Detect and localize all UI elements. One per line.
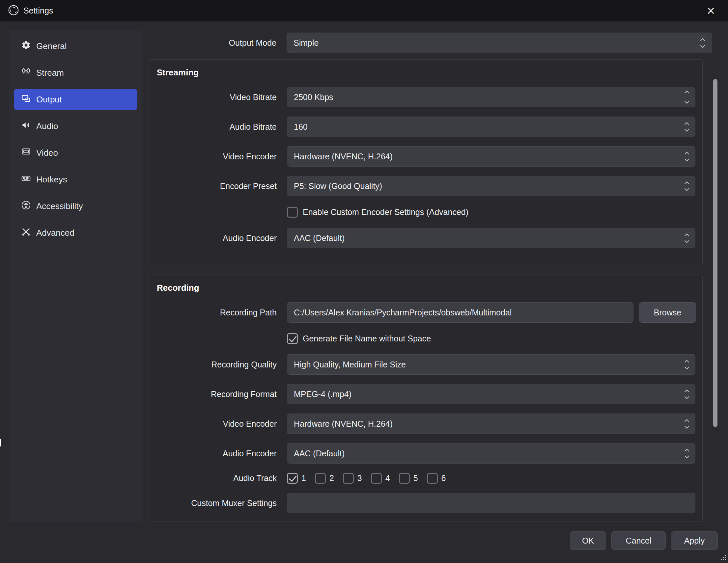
audio-track-row: Audio Track 1 2 3 4 5 6 [149,473,702,484]
custom-muxer-input[interactable] [287,493,695,513]
dropdown-arrows-icon[interactable] [698,37,707,49]
sidebar-item-video[interactable]: Video [14,142,137,163]
video-bitrate-label: Video Bitrate [149,93,281,102]
dropdown-arrows-icon[interactable] [685,234,688,242]
audio-track-6-checkbox[interactable] [427,473,438,484]
recording-quality-value: High Quality, Medium File Size [294,360,406,369]
audio-track-5: 5 [399,473,418,484]
output-mode-label: Output Mode [149,38,281,48]
cancel-button[interactable]: Cancel [611,531,666,550]
sidebar-item-output[interactable]: Output [14,89,137,110]
recording-video-encoder-row: Video Encoder Hardware (NVENC, H.264) [149,413,702,434]
recording-format-select[interactable]: MPEG-4 (.mp4) [287,384,695,404]
video-bitrate-row: Video Bitrate 2500 Kbps [149,87,702,107]
broadcast-icon [21,67,31,79]
sidebar-item-hotkeys[interactable]: Hotkeys [14,169,137,190]
recording-quality-label: Recording Quality [149,360,281,369]
gear-icon [21,40,31,52]
recording-video-encoder-select[interactable]: Hardware (NVENC, H.264) [287,413,695,434]
dropdown-arrows-icon[interactable] [685,449,688,458]
audio-track-4: 4 [371,473,390,484]
recording-quality-row: Recording Quality High Quality, Medium F… [149,354,702,375]
filename-no-space-checkbox[interactable] [287,333,298,344]
sidebar-item-general[interactable]: General [14,36,137,57]
apply-button[interactable]: Apply [671,531,718,550]
tools-icon [21,227,31,239]
video-encoder-label: Video Encoder [149,152,281,161]
keyboard-icon [21,174,31,186]
dropdown-arrows-icon[interactable] [685,123,688,131]
dialog-footer: OK Cancel Apply [570,531,718,550]
custom-muxer-label: Custom Muxer Settings [149,498,281,508]
resize-grip[interactable] [720,554,726,562]
video-bitrate-spinbox[interactable]: 2500 Kbps [287,87,695,107]
recording-path-input[interactable] [287,302,633,323]
audio-track-2: 2 [315,473,334,484]
audio-bitrate-value: 160 [294,122,308,132]
audio-track-6: 6 [427,473,446,484]
video-encoder-label: Video Encoder [149,419,281,429]
streaming-section: Streaming Video Bitrate 2500 Kbps Audio … [149,59,703,265]
recording-section: Recording Recording Path Browse Generate… [149,275,703,522]
settings-window: Settings × General Stream Output Audio V… [0,0,728,563]
speaker-icon [21,120,31,132]
encoder-preset-label: Encoder Preset [149,182,281,191]
sidebar-item-stream[interactable]: Stream [14,62,137,83]
streaming-section-title: Streaming [157,68,702,78]
obs-logo-icon [8,5,19,17]
dropdown-arrows-icon[interactable] [685,153,688,161]
audio-track-3: 3 [343,473,362,484]
recording-format-label: Recording Format [149,389,281,399]
dropdown-arrows-icon[interactable] [685,420,688,428]
audio-track-5-checkbox[interactable] [399,473,410,484]
sidebar-item-label: Advanced [36,228,74,238]
vertical-scrollbar[interactable] [713,79,717,427]
sidebar-item-label: Audio [36,121,58,131]
stream-audio-encoder-select[interactable]: AAC (Default) [287,228,695,248]
dropdown-arrows-icon[interactable] [685,360,688,369]
settings-sidebar: General Stream Output Audio Video Hotkey… [9,30,142,522]
stream-video-encoder-row: Video Encoder Hardware (NVENC, H.264) [149,146,702,167]
titlebar: Settings × [0,0,728,21]
recording-path-label: Recording Path [149,308,281,317]
sidebar-item-label: Hotkeys [36,175,67,185]
recording-audio-encoder-row: Audio Encoder AAC (Default) [149,443,702,464]
recording-audio-encoder-select[interactable]: AAC (Default) [287,443,695,464]
custom-muxer-row: Custom Muxer Settings [149,493,702,513]
recording-format-value: MPEG-4 (.mp4) [294,389,351,399]
recording-quality-select[interactable]: High Quality, Medium File Size [287,354,695,375]
dropdown-arrows-icon[interactable] [685,182,688,190]
custom-encoder-checkbox[interactable] [287,207,298,218]
audio-track-1-checkbox[interactable] [287,473,298,484]
audio-bitrate-select[interactable]: 160 [287,117,695,137]
sidebar-item-label: Accessibility [36,201,83,211]
ok-button[interactable]: OK [570,531,606,550]
audio-track-3-checkbox[interactable] [343,473,354,484]
encoder-preset-select[interactable]: P5: Slow (Good Quality) [287,176,695,196]
output-mode-select[interactable]: Simple [287,33,712,53]
sidebar-item-audio[interactable]: Audio [14,116,137,137]
sidebar-item-advanced[interactable]: Advanced [14,222,137,243]
video-encoder-value: Hardware (NVENC, H.264) [294,419,393,429]
stream-audio-encoder-row: Audio Encoder AAC (Default) [149,228,702,248]
display-icon [21,147,31,159]
output-mode-row: Output Mode Simple [149,33,712,53]
audio-track-2-checkbox[interactable] [315,473,326,484]
close-icon[interactable]: × [702,2,720,20]
accessibility-icon [21,200,31,212]
output-mode-value: Simple [294,38,319,48]
stream-video-encoder-select[interactable]: Hardware (NVENC, H.264) [287,146,695,167]
sidebar-item-label: Output [36,95,62,105]
spin-arrows-icon[interactable] [685,91,688,103]
sidebar-item-label: General [36,41,67,51]
audio-encoder-value: AAC (Default) [294,234,345,243]
sidebar-item-accessibility[interactable]: Accessibility [14,196,137,217]
filename-no-space-label: Generate File Name without Space [303,334,431,343]
sidebar-item-label: Video [36,148,58,158]
audio-track-4-checkbox[interactable] [371,473,382,484]
screen-edge-artifact [0,439,1,446]
browse-button[interactable]: Browse [639,302,696,323]
audio-encoder-label: Audio Encoder [149,234,281,243]
dropdown-arrows-icon[interactable] [685,390,688,398]
audio-bitrate-label: Audio Bitrate [149,122,281,132]
